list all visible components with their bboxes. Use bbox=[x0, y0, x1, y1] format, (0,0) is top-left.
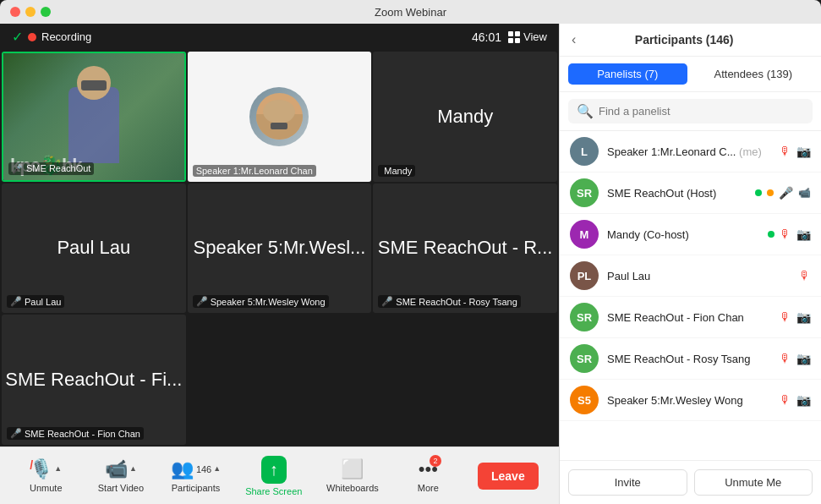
main-layout: ✓ Recording 46:01 View bbox=[0, 24, 821, 504]
participant-row-paul[interactable]: PL Paul Lau 🎙 bbox=[560, 255, 821, 297]
avatar-fion: SR bbox=[570, 303, 599, 331]
maximize-button[interactable] bbox=[41, 7, 51, 17]
mute-slash: / bbox=[30, 458, 33, 472]
search-wrap: 🔍 bbox=[568, 99, 813, 123]
close-button[interactable] bbox=[10, 7, 20, 17]
participant-row-leonard[interactable]: L Speaker 1:Mr.Leonard C... (me) 🎙 📷 bbox=[560, 131, 821, 173]
video-off-icon: 📷 bbox=[796, 145, 811, 158]
participants-list: L Speaker 1:Mr.Leonard C... (me) 🎙 📷 SR … bbox=[560, 131, 821, 460]
panel-header: ‹ Participants (146) bbox=[560, 24, 821, 57]
mic-muted-icon: 🎙 bbox=[780, 227, 791, 241]
green-dot-icon bbox=[755, 189, 762, 196]
participant-row-sme-host[interactable]: SR SME ReachOut (Host) 🎤 📹 bbox=[560, 173, 821, 214]
share-screen-label: Share Screen bbox=[245, 486, 302, 496]
participants-label: Participants bbox=[172, 483, 220, 493]
start-video-button[interactable]: 📹 ▲ Start Video bbox=[96, 458, 146, 493]
whiteboards-label: Whiteboards bbox=[326, 483, 379, 493]
toolbar: 🎙️ / ▲ Unmute 📹 ▲ Start Video 👥 146 bbox=[0, 446, 559, 504]
unmute-label: Unmute bbox=[30, 483, 63, 493]
search-row: 🔍 bbox=[560, 92, 821, 131]
participant-name-speaker5: Speaker 5:Mr.Wesley Wong bbox=[607, 394, 771, 407]
timer-view: 46:01 View bbox=[472, 30, 547, 44]
window-controls[interactable] bbox=[10, 7, 51, 17]
video-icon-wrap: 📹 ▲ bbox=[105, 458, 137, 480]
sme-host-actions: 🎤 📹 bbox=[755, 186, 811, 200]
mute-icon: 🎤 bbox=[10, 296, 22, 307]
video-cell-mandy[interactable]: Mandy Mandy bbox=[373, 52, 557, 182]
fion-name: SME ReachOut - Fi... bbox=[5, 369, 182, 391]
share-icon-wrap: ↑ bbox=[261, 456, 287, 484]
collapse-panel-button[interactable]: ‹ bbox=[572, 32, 576, 47]
rosy-label: 🎤 SME ReachOut - Rosy Tsang bbox=[378, 295, 520, 308]
mic-on-icon: 🎤 bbox=[779, 186, 793, 200]
sme-video-background: kpc🐉hk bbox=[3, 53, 184, 180]
mandy-name: Mandy bbox=[437, 106, 493, 128]
video-cell-speaker5[interactable]: Speaker 5:Mr.Wesl... 🎤 Speaker 5:Mr.Wesl… bbox=[188, 184, 372, 314]
mic-muted-icon: 🎙 bbox=[780, 393, 791, 407]
participants-button[interactable]: 👥 146 ▲ Participants bbox=[171, 458, 222, 493]
app-title: Zoom Webinar bbox=[375, 6, 446, 19]
tab-attendees[interactable]: Attendees (139) bbox=[694, 63, 813, 85]
sme-reachout-label: 🎤 SME ReachOut bbox=[8, 162, 94, 175]
panel-title: Participants (146) bbox=[635, 33, 734, 47]
video-cell-fion[interactable]: SME ReachOut - Fi... 🎤 SME ReachOut - Fi… bbox=[2, 315, 186, 445]
speaker5-name: Speaker 5:Mr.Wesl... bbox=[194, 237, 366, 259]
mic-muted-icon: 🎙 bbox=[780, 310, 791, 324]
video-off-icon: 📷 bbox=[796, 310, 811, 324]
unmute-me-button[interactable]: Unmute Me bbox=[694, 469, 813, 496]
recording-badge: ✓ Recording bbox=[12, 29, 91, 45]
more-label: More bbox=[418, 483, 439, 493]
mandy-label: Mandy bbox=[378, 165, 415, 177]
fion-label: 🎤 SME ReachOut - Fion Chan bbox=[7, 427, 144, 440]
minimize-button[interactable] bbox=[25, 7, 36, 17]
whiteboard-icon: ⬜ bbox=[341, 458, 364, 480]
mic-off-icon: 🎙️ bbox=[30, 458, 52, 480]
participants-panel: ‹ Participants (146) Panelists (7) Atten… bbox=[559, 24, 821, 504]
speaker-bg bbox=[188, 52, 372, 182]
view-button[interactable]: View bbox=[508, 30, 547, 43]
avatar-rosy: SR bbox=[570, 344, 599, 373]
video-cell-paul[interactable]: Paul Lau 🎤 Paul Lau bbox=[2, 184, 186, 314]
avatar-paul: PL bbox=[570, 261, 599, 290]
grid-icon bbox=[508, 31, 520, 43]
mute-icon: 🎤 bbox=[10, 428, 22, 439]
tab-row: Panelists (7) Attendees (139) bbox=[560, 57, 821, 92]
leave-button[interactable]: Leave bbox=[478, 463, 539, 490]
participant-row-rosy[interactable]: SR SME ReachOut - Rosy Tsang 🎙 📷 bbox=[560, 338, 821, 380]
video-cell-leonard[interactable]: Speaker 1:Mr.Leonard Chan bbox=[188, 52, 372, 182]
mute-icon: 🎤 bbox=[196, 296, 208, 307]
video-off-icon: 📷 bbox=[796, 227, 811, 241]
mandy-actions: 🎙 📷 bbox=[768, 227, 811, 241]
participant-row-fion[interactable]: SR SME ReachOut - Fion Chan 🎙 📷 bbox=[560, 297, 821, 338]
video-area: ✓ Recording 46:01 View bbox=[0, 24, 559, 504]
top-bar: ✓ Recording 46:01 View bbox=[0, 24, 559, 50]
rosy-actions: 🎙 📷 bbox=[780, 352, 811, 365]
tab-panelists[interactable]: Panelists (7) bbox=[568, 63, 687, 85]
paul-actions: 🎙 bbox=[799, 269, 811, 282]
chevron-up-icon: ▲ bbox=[129, 464, 137, 473]
whiteboards-button[interactable]: ⬜ Whiteboards bbox=[326, 458, 379, 493]
recording-dot bbox=[28, 33, 36, 41]
search-input[interactable] bbox=[599, 105, 804, 118]
participant-name-sme-host: SME ReachOut (Host) bbox=[607, 187, 747, 200]
invite-button[interactable]: Invite bbox=[568, 469, 687, 496]
avatar-mandy: M bbox=[570, 220, 599, 249]
unmute-icon-wrap: 🎙️ / ▲ bbox=[30, 458, 62, 480]
participants-icon-wrap: 👥 146 ▲ bbox=[171, 458, 221, 480]
participant-name-rosy: SME ReachOut - Rosy Tsang bbox=[607, 353, 771, 365]
mic-muted-icon: 🎙 bbox=[799, 269, 811, 282]
title-bar: Zoom Webinar bbox=[0, 0, 821, 24]
chevron-up-icon: ▲ bbox=[54, 464, 62, 473]
more-button[interactable]: ••• 2 More bbox=[402, 458, 453, 493]
video-cell-sme-reachout[interactable]: kpc🐉hk 🎤 SME ReachOut bbox=[2, 52, 186, 182]
participant-row-speaker5[interactable]: S5 Speaker 5:Mr.Wesley Wong 🎙 📷 bbox=[560, 380, 821, 421]
mic-muted-icon: 🎙 bbox=[780, 145, 791, 158]
video-cell-rosy[interactable]: SME ReachOut - R... 🎤 SME ReachOut - Ros… bbox=[373, 184, 557, 314]
whiteboard-icon-wrap: ⬜ bbox=[341, 458, 364, 480]
share-screen-button[interactable]: ↑ Share Screen bbox=[245, 456, 302, 496]
participant-name-fion: SME ReachOut - Fion Chan bbox=[607, 311, 771, 324]
participant-row-mandy[interactable]: M Mandy (Co-host) 🎙 📷 bbox=[560, 214, 821, 255]
mute-icon: 🎤 bbox=[12, 163, 24, 174]
mic-muted-icon: 🎙 bbox=[780, 352, 791, 365]
unmute-button[interactable]: 🎙️ / ▲ Unmute bbox=[20, 458, 71, 493]
